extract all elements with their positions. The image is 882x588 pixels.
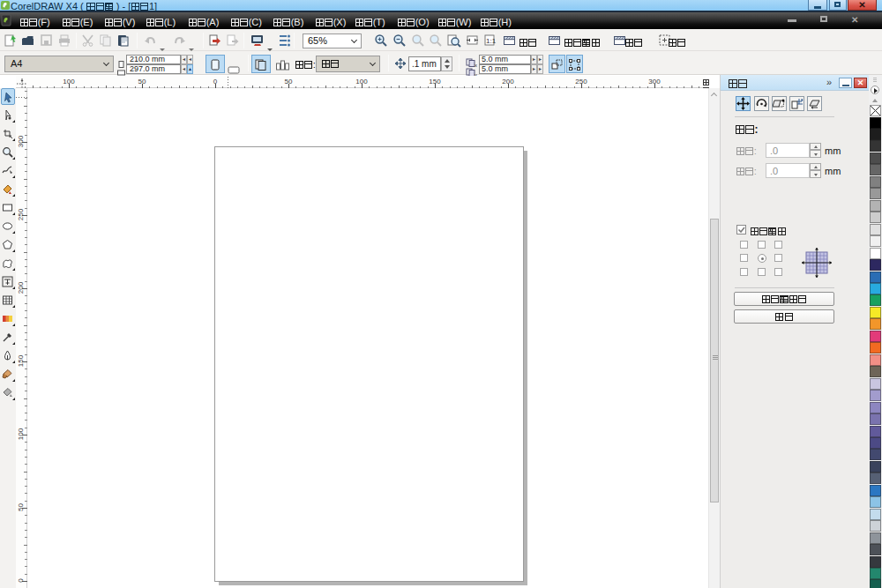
svg-text:1:1: 1:1 xyxy=(486,37,497,45)
